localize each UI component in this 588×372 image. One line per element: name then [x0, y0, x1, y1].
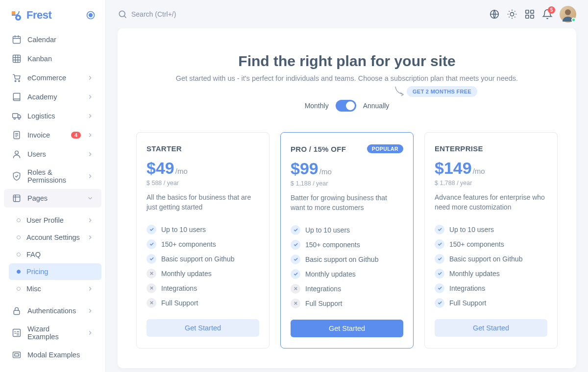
- feature-row: Up to 10 users: [435, 222, 547, 237]
- layers-icon: [12, 193, 22, 203]
- sidebar-item-account-settings[interactable]: Account Settings: [9, 229, 101, 246]
- check-icon: [435, 298, 444, 308]
- promo-callout: GET 2 MONTHS FREE: [394, 85, 477, 97]
- feature-text: Basic support on Github: [305, 256, 378, 263]
- page-title: Find the right plan for your site: [136, 53, 558, 70]
- plan-price-year: $ 1,788 / year: [435, 180, 547, 186]
- theme-icon[interactable]: [507, 9, 517, 20]
- sidebar-item-misc[interactable]: Misc: [9, 280, 101, 297]
- sidebar-item-pricing[interactable]: Pricing: [9, 263, 101, 280]
- sidebar-item-label: Roles & Permissions: [27, 168, 81, 184]
- chevron-right-icon: [87, 173, 94, 180]
- sidebar-item-pages[interactable]: Pages: [4, 189, 101, 208]
- svg-point-7: [19, 81, 20, 82]
- sidebar-item-user-profile[interactable]: User Profile: [9, 212, 101, 229]
- feature-row: Up to 10 users: [291, 223, 403, 237]
- status-dot: [571, 18, 576, 22]
- feature-text: Monthly updates: [161, 270, 212, 278]
- feature-text: Up to 10 users: [305, 226, 350, 234]
- chevron-right-icon: [87, 285, 94, 292]
- sidebar-item-modal-examples[interactable]: Modal Examples: [4, 346, 101, 364]
- notifications-badge: 5: [548, 6, 555, 14]
- billing-toggle-row: GET 2 MONTHS FREE Monthly Annually: [136, 100, 558, 112]
- get-started-button[interactable]: Get Started: [147, 319, 259, 337]
- page-subtitle: Get started with us - it's perfect for i…: [136, 74, 558, 82]
- svg-point-19: [119, 11, 125, 17]
- collapse-sidebar-icon[interactable]: [86, 10, 96, 20]
- plan-price: $149: [435, 159, 472, 178]
- check-icon: [435, 269, 444, 279]
- chevron-right-icon: [87, 132, 94, 139]
- x-icon: [147, 269, 156, 279]
- chevron-down-icon: [87, 195, 94, 202]
- sidebar-item-label: Kanban: [27, 55, 94, 63]
- chevron-right-icon: [87, 329, 94, 336]
- sidebar-item-users[interactable]: Users: [4, 145, 101, 163]
- sidebar-item-calendar[interactable]: Calendar: [4, 30, 101, 49]
- plan-description: Advance features for enterprise who need…: [435, 192, 547, 212]
- bullet-icon: [17, 270, 21, 274]
- x-icon: [147, 283, 156, 293]
- sidebar-item-kanban[interactable]: Kanban: [4, 49, 101, 68]
- sidebar-item-label: Pages: [27, 194, 81, 202]
- sidebar-item-label: Authentications: [27, 307, 81, 315]
- svg-rect-8: [13, 114, 18, 117]
- toggle-monthly-label[interactable]: Monthly: [305, 102, 329, 110]
- svg-rect-15: [13, 329, 21, 337]
- file-icon: [12, 130, 22, 140]
- feature-row: 150+ components: [435, 237, 547, 252]
- plan-price: $49: [147, 159, 174, 178]
- check-icon: [435, 239, 444, 249]
- sidebar-item-wizard-examples[interactable]: Wizard Examples: [4, 321, 101, 345]
- check-icon: [435, 254, 444, 264]
- sidebar-item-logistics[interactable]: Logistics: [4, 107, 101, 125]
- modal-icon: [12, 350, 22, 360]
- grid-icon: [12, 54, 22, 64]
- check-icon: [291, 269, 300, 279]
- sidebar-item-academy[interactable]: Academy: [4, 88, 101, 106]
- notifications-button[interactable]: 5: [542, 9, 553, 20]
- feature-row: Up to 10 users: [147, 222, 259, 237]
- svg-point-1: [17, 17, 20, 19]
- toggle-annually-label[interactable]: Annually: [363, 102, 390, 110]
- svg-rect-24: [526, 15, 529, 18]
- billing-switch[interactable]: [336, 100, 356, 112]
- plan-price-unit: /mo: [319, 167, 332, 176]
- plan-enterprise: ENTERPRISE$149/mo$ 1,788 / yearAdvance f…: [424, 132, 558, 349]
- feature-text: Full Support: [449, 299, 486, 307]
- check-icon: [435, 283, 444, 293]
- language-icon[interactable]: [489, 9, 500, 20]
- feature-row: Full Support: [435, 296, 547, 310]
- get-started-button[interactable]: Get Started: [435, 319, 547, 337]
- svg-rect-17: [15, 354, 19, 356]
- plan-name: ENTERPRISE: [435, 144, 483, 153]
- svg-point-6: [15, 81, 16, 82]
- sidebar-item-roles-permissions[interactable]: Roles & Permissions: [4, 164, 101, 188]
- check-icon: [291, 240, 300, 250]
- feature-text: Monthly updates: [449, 270, 500, 278]
- plan-description: All the basics for business that are jus…: [147, 192, 259, 212]
- sidebar-item-label: Calendar: [27, 36, 94, 44]
- feature-text: 150+ components: [449, 240, 504, 248]
- search-button[interactable]: Search (Ctrl+/): [118, 9, 176, 19]
- get-started-button[interactable]: Get Started: [291, 320, 403, 337]
- check-icon: [147, 225, 156, 234]
- logo[interactable]: Frest: [0, 0, 105, 28]
- bullet-icon: [17, 287, 21, 291]
- feature-row: 150+ components: [291, 237, 403, 252]
- feature-text: Basic support on Github: [161, 255, 234, 263]
- avatar[interactable]: [560, 6, 576, 23]
- plan-starter: STARTER$49/mo$ 588 / yearAll the basics …: [136, 132, 270, 349]
- x-icon: [147, 298, 156, 308]
- check-icon: [291, 225, 300, 235]
- apps-icon[interactable]: [524, 9, 535, 20]
- feature-row: Basic support on Github: [435, 252, 547, 266]
- x-icon: [291, 284, 300, 294]
- bullet-icon: [17, 235, 21, 239]
- sidebar-item-invoice[interactable]: Invoice4: [4, 126, 101, 144]
- feature-text: Integrations: [449, 284, 485, 292]
- sidebar-item-authentications[interactable]: Authentications: [4, 302, 101, 320]
- bullet-icon: [17, 253, 21, 256]
- sidebar-item-ecommerce[interactable]: eCommerce: [4, 69, 101, 87]
- sidebar-item-faq[interactable]: FAQ: [9, 246, 101, 263]
